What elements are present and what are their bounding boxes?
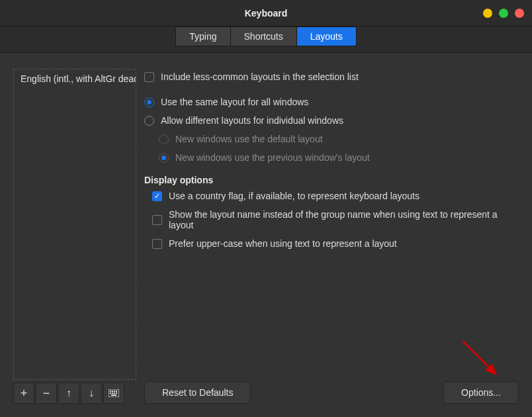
arrow-up-icon: ↑ [66, 387, 71, 399]
show-layout-name-checkbox[interactable] [152, 215, 162, 225]
new-windows-default-radio [159, 134, 169, 144]
new-windows-previous-row: New windows use the previous window's la… [144, 150, 519, 168]
tab-layouts[interactable]: Layouts [297, 27, 356, 46]
prefer-upper-label: Prefer upper-case when using text to rep… [169, 238, 397, 249]
same-layout-radio[interactable] [144, 97, 154, 107]
tab-shortcuts[interactable]: Shortcuts [231, 27, 297, 46]
same-layout-label: Use the same layout for all windows [161, 97, 308, 107]
show-layout-name-row[interactable]: Show the layout name instead of the grou… [144, 207, 519, 236]
svg-rect-3 [114, 391, 115, 392]
add-layout-button[interactable]: + [13, 383, 34, 404]
svg-rect-2 [112, 391, 113, 392]
country-flag-row[interactable]: Use a country flag, if available, to rep… [144, 188, 519, 207]
new-windows-previous-label: New windows use the previous window's la… [175, 152, 370, 163]
svg-rect-5 [110, 393, 111, 394]
prefer-upper-row[interactable]: Prefer upper-case when using text to rep… [144, 236, 519, 254]
display-options-title: Display options [144, 175, 519, 185]
svg-rect-6 [112, 393, 113, 394]
move-down-button[interactable]: ↓ [81, 383, 102, 404]
new-windows-previous-radio [159, 153, 169, 163]
window-title: Keyboard [245, 8, 288, 19]
layout-list[interactable]: English (intl., with AltGr dead k [13, 69, 136, 380]
allow-different-label: Allow different layouts for individual w… [161, 115, 343, 126]
include-less-common-checkbox[interactable] [144, 72, 154, 82]
minimize-button[interactable] [483, 9, 492, 18]
country-flag-checkbox[interactable] [152, 191, 162, 201]
reset-to-defaults-button[interactable]: Reset to Defaults [144, 381, 251, 404]
svg-rect-4 [116, 391, 117, 392]
list-item[interactable]: English (intl., with AltGr dead k [14, 70, 136, 88]
minus-icon: − [43, 387, 50, 400]
layout-toolbar: + − ↑ ↓ [13, 383, 136, 404]
arrow-down-icon: ↓ [89, 387, 94, 399]
include-less-common-label: Include less-common layouts in the selec… [161, 71, 359, 82]
svg-rect-9 [111, 394, 116, 396]
keyboard-icon [109, 389, 119, 397]
plus-icon: + [21, 387, 28, 400]
prefer-upper-checkbox[interactable] [152, 239, 162, 249]
show-layout-name-label: Show the layout name instead of the grou… [169, 209, 519, 230]
keyboard-preview-button[interactable] [103, 383, 124, 404]
svg-rect-7 [114, 393, 115, 394]
same-layout-row[interactable]: Use the same layout for all windows [144, 94, 519, 113]
titlebar: Keyboard [0, 0, 532, 26]
new-windows-default-row: New windows use the default layout [144, 131, 519, 150]
allow-different-row[interactable]: Allow different layouts for individual w… [144, 113, 519, 131]
tab-typing[interactable]: Typing [176, 27, 230, 46]
move-up-button[interactable]: ↑ [58, 383, 79, 404]
window-controls [483, 9, 524, 18]
include-less-common-row[interactable]: Include less-common layouts in the selec… [144, 69, 519, 87]
svg-rect-1 [110, 391, 111, 392]
maximize-button[interactable] [499, 9, 508, 18]
options-button[interactable]: Options... [443, 381, 519, 404]
new-windows-default-label: New windows use the default layout [175, 134, 323, 144]
tab-bar: Typing Shortcuts Layouts [0, 26, 532, 53]
remove-layout-button[interactable]: − [36, 383, 57, 404]
close-button[interactable] [515, 9, 524, 18]
allow-different-radio[interactable] [144, 116, 154, 126]
country-flag-label: Use a country flag, if available, to rep… [169, 191, 420, 201]
svg-rect-8 [116, 393, 117, 394]
